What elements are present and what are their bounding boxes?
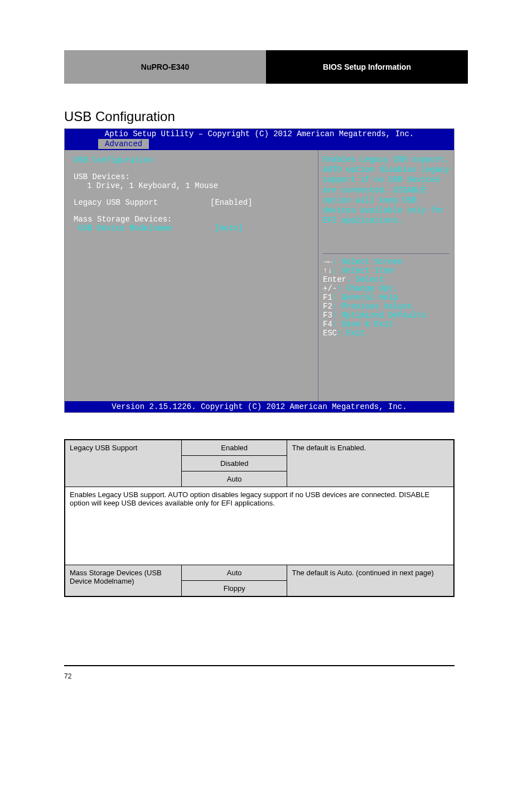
key-enter-icon: Enter <box>323 275 346 284</box>
mass-storage-cell-label: Mass Storage Devices (USB Device Modelna… <box>65 565 181 597</box>
bios-titlebar: Aptio Setup Utility – Copyright (C) 2012… <box>65 129 454 139</box>
key-f1-icon: F1 <box>323 293 332 302</box>
legacy-usb-desc: The default is Enabled. <box>287 440 454 487</box>
tab-advanced[interactable]: Advanced <box>98 139 149 149</box>
legacy-usb-label: Legacy USB Support <box>74 198 210 207</box>
key-ud-icon: ↑↓ <box>323 266 332 275</box>
usb-devices-label: USB Devices: <box>74 172 309 181</box>
mass-storage-row[interactable]: USB Device Modelname [Auto] <box>74 224 309 233</box>
key-ud-text: : Select Item <box>332 266 393 275</box>
legacy-usb-cell-label: Legacy USB Support <box>65 440 181 487</box>
bios-left-panel: USB Configuration USB Devices: 1 Drive, … <box>65 150 318 401</box>
bios-footer: Version 2.15.1226. Copyright (C) 2012 Am… <box>65 401 454 412</box>
key-plusminus-icon: +/- <box>323 284 337 293</box>
key-esc-icon: ESC <box>323 329 337 338</box>
key-lr-icon: →← <box>323 257 332 266</box>
bios-right-panel: Enables Legacy USB support. AUTO option … <box>318 150 454 401</box>
key-f2-text: : Previous Values <box>332 302 412 311</box>
mass-storage-desc: The default is Auto. (continued in next … <box>287 565 454 597</box>
bios-window: Aptio Setup Utility – Copyright (C) 2012… <box>64 128 454 413</box>
options-table: Legacy USB Support Enabled The default i… <box>64 439 454 597</box>
table-row: Legacy USB Support Enabled The default i… <box>65 440 454 456</box>
bios-help-text: Enables Legacy USB support. AUTO option … <box>323 155 449 225</box>
mass-storage-label: Mass Storage Devices: <box>74 215 309 224</box>
key-f4-text: : Save & Exit <box>332 320 393 329</box>
page-number: 72 <box>64 672 71 680</box>
key-enter-text: : Select <box>346 275 384 284</box>
bios-body: USB Configuration USB Devices: 1 Drive, … <box>65 150 454 401</box>
key-f2-icon: F2 <box>323 302 332 311</box>
key-esc-text: : Exit <box>337 329 365 338</box>
table-row: Enables Legacy USB support. AUTO option … <box>65 487 454 565</box>
usb-devices-list: 1 Drive, 1 Keyboard, 1 Mouse <box>87 181 309 190</box>
header-left: NuPRO-E340 <box>64 50 266 84</box>
bios-tabrow: Advanced <box>65 139 454 150</box>
legacy-usb-opt-auto: Auto <box>181 471 287 487</box>
key-f3-text: : Optimized Defaults <box>332 311 426 320</box>
mass-storage-opt-floppy: Floppy <box>181 581 287 597</box>
legacy-usb-opt-disabled: Disabled <box>181 456 287 471</box>
doc-header: NuPRO-E340 BIOS Setup Information <box>64 50 468 84</box>
table-row: Mass Storage Devices (USB Device Modelna… <box>65 565 454 581</box>
legacy-usb-row[interactable]: Legacy USB Support [Enabled] <box>74 198 309 207</box>
mass-storage-device: USB Device Modelname <box>78 224 215 233</box>
legacy-usb-explain: Enables Legacy USB support. AUTO option … <box>65 487 454 565</box>
key-f4-icon: F4 <box>323 320 332 329</box>
mass-storage-value: [Auto] <box>215 224 243 233</box>
key-f1-text: : General Help <box>332 293 398 302</box>
key-lr-text: : Select Screen <box>332 257 403 266</box>
header-right: BIOS Setup Information <box>266 50 468 84</box>
bios-divider <box>323 253 449 254</box>
usb-config-heading: USB Configuration <box>74 156 309 165</box>
legacy-usb-opt-enabled: Enabled <box>181 440 287 456</box>
footer-divider <box>64 665 454 666</box>
bios-key-hints: →←: Select Screen ↑↓: Select Item Enter:… <box>323 257 449 338</box>
section-title: USB Configuration <box>64 109 175 124</box>
mass-storage-opt-auto: Auto <box>181 565 287 581</box>
key-plusminus-text: : Change Opt. <box>337 284 398 293</box>
key-f3-icon: F3 <box>323 311 332 320</box>
legacy-usb-value: [Enabled] <box>210 198 253 207</box>
